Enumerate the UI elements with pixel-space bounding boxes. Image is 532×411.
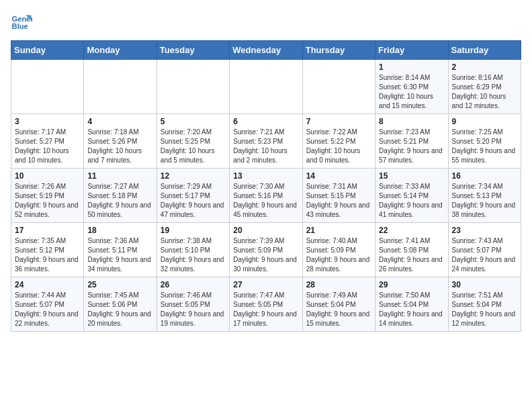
day-number: 11	[87, 171, 152, 181]
day-number: 2	[452, 62, 517, 72]
day-info: Sunrise: 7:36 AM Sunset: 5:11 PM Dayligh…	[87, 236, 152, 274]
calendar-cell: 19Sunrise: 7:38 AM Sunset: 5:10 PM Dayli…	[157, 223, 229, 277]
day-info: Sunrise: 7:39 AM Sunset: 5:09 PM Dayligh…	[233, 236, 298, 274]
day-info: Sunrise: 7:20 AM Sunset: 5:25 PM Dayligh…	[161, 128, 226, 165]
day-number: 30	[452, 280, 517, 289]
calendar-cell	[230, 60, 302, 114]
day-info: Sunrise: 7:17 AM Sunset: 5:27 PM Dayligh…	[15, 128, 80, 165]
day-number: 12	[161, 171, 226, 181]
calendar-cell: 3Sunrise: 7:17 AM Sunset: 5:27 PM Daylig…	[11, 114, 84, 169]
calendar-cell: 18Sunrise: 7:36 AM Sunset: 5:11 PM Dayli…	[84, 223, 157, 277]
calendar-cell: 14Sunrise: 7:31 AM Sunset: 5:15 PM Dayli…	[302, 169, 375, 223]
day-info: Sunrise: 7:44 AM Sunset: 5:07 PM Dayligh…	[15, 291, 80, 328]
day-info: Sunrise: 7:30 AM Sunset: 5:16 PM Dayligh…	[233, 182, 298, 220]
day-number: 29	[379, 280, 444, 289]
day-info: Sunrise: 7:40 AM Sunset: 5:09 PM Dayligh…	[306, 236, 371, 274]
day-number: 21	[306, 226, 371, 235]
calendar-cell: 27Sunrise: 7:47 AM Sunset: 5:05 PM Dayli…	[230, 277, 302, 332]
svg-text:Blue: Blue	[12, 22, 28, 30]
calendar-cell	[157, 60, 229, 114]
calendar-table: SundayMondayTuesdayWednesdayThursdayFrid…	[11, 40, 521, 332]
weekday-header-sunday: Sunday	[11, 41, 84, 60]
day-number: 8	[379, 117, 444, 126]
day-info: Sunrise: 7:46 AM Sunset: 5:05 PM Dayligh…	[161, 291, 226, 328]
day-number: 18	[87, 226, 152, 235]
day-info: Sunrise: 7:26 AM Sunset: 5:19 PM Dayligh…	[15, 182, 80, 220]
calendar-cell: 1Sunrise: 8:14 AM Sunset: 6:30 PM Daylig…	[375, 60, 448, 114]
day-number: 4	[87, 117, 152, 126]
calendar-cell: 16Sunrise: 7:34 AM Sunset: 5:13 PM Dayli…	[448, 169, 521, 223]
day-number: 3	[15, 117, 80, 126]
day-number: 14	[306, 171, 371, 181]
day-number: 24	[15, 280, 80, 289]
day-number: 19	[161, 226, 226, 235]
day-number: 17	[15, 226, 80, 235]
day-number: 6	[233, 117, 298, 126]
day-info: Sunrise: 7:18 AM Sunset: 5:26 PM Dayligh…	[87, 128, 152, 165]
top-bar: General Blue	[11, 11, 521, 35]
day-number: 20	[233, 226, 298, 235]
calendar-week-3: 10Sunrise: 7:26 AM Sunset: 5:19 PM Dayli…	[11, 169, 521, 223]
day-number: 1	[379, 62, 444, 72]
day-info: Sunrise: 7:34 AM Sunset: 5:13 PM Dayligh…	[452, 182, 517, 220]
day-number: 22	[379, 226, 444, 235]
day-number: 23	[452, 226, 517, 235]
day-info: Sunrise: 7:29 AM Sunset: 5:17 PM Dayligh…	[161, 182, 226, 220]
weekday-header-friday: Friday	[375, 41, 448, 60]
calendar-week-4: 17Sunrise: 7:35 AM Sunset: 5:12 PM Dayli…	[11, 223, 521, 277]
calendar-cell: 29Sunrise: 7:50 AM Sunset: 5:04 PM Dayli…	[375, 277, 448, 332]
calendar-week-1: 1Sunrise: 8:14 AM Sunset: 6:30 PM Daylig…	[11, 60, 521, 114]
calendar-cell: 9Sunrise: 7:25 AM Sunset: 5:20 PM Daylig…	[448, 114, 521, 169]
day-number: 27	[233, 280, 298, 289]
calendar-cell: 4Sunrise: 7:18 AM Sunset: 5:26 PM Daylig…	[84, 114, 157, 169]
day-info: Sunrise: 7:21 AM Sunset: 5:23 PM Dayligh…	[233, 128, 298, 165]
calendar-cell: 5Sunrise: 7:20 AM Sunset: 5:25 PM Daylig…	[157, 114, 229, 169]
day-number: 10	[15, 171, 80, 181]
calendar-week-2: 3Sunrise: 7:17 AM Sunset: 5:27 PM Daylig…	[11, 114, 521, 169]
calendar-cell: 12Sunrise: 7:29 AM Sunset: 5:17 PM Dayli…	[157, 169, 229, 223]
calendar-cell: 20Sunrise: 7:39 AM Sunset: 5:09 PM Dayli…	[230, 223, 302, 277]
day-number: 25	[87, 280, 152, 289]
day-info: Sunrise: 7:38 AM Sunset: 5:10 PM Dayligh…	[161, 236, 226, 274]
day-info: Sunrise: 7:31 AM Sunset: 5:15 PM Dayligh…	[306, 182, 371, 220]
day-info: Sunrise: 7:45 AM Sunset: 5:06 PM Dayligh…	[87, 291, 152, 328]
day-number: 15	[379, 171, 444, 181]
calendar-cell: 10Sunrise: 7:26 AM Sunset: 5:19 PM Dayli…	[11, 169, 84, 223]
day-number: 26	[161, 280, 226, 289]
day-info: Sunrise: 7:43 AM Sunset: 5:07 PM Dayligh…	[452, 236, 517, 274]
weekday-header-saturday: Saturday	[448, 41, 521, 60]
day-number: 13	[233, 171, 298, 181]
day-info: Sunrise: 7:51 AM Sunset: 5:04 PM Dayligh…	[452, 291, 517, 328]
day-info: Sunrise: 7:35 AM Sunset: 5:12 PM Dayligh…	[15, 236, 80, 274]
weekday-header-monday: Monday	[84, 41, 157, 60]
weekday-header-wednesday: Wednesday	[230, 41, 302, 60]
calendar-cell: 17Sunrise: 7:35 AM Sunset: 5:12 PM Dayli…	[11, 223, 84, 277]
calendar-cell: 26Sunrise: 7:46 AM Sunset: 5:05 PM Dayli…	[157, 277, 229, 332]
day-info: Sunrise: 7:49 AM Sunset: 5:04 PM Dayligh…	[306, 291, 371, 328]
logo-icon: General Blue	[11, 11, 32, 32]
day-info: Sunrise: 7:41 AM Sunset: 5:08 PM Dayligh…	[379, 236, 444, 274]
calendar-cell: 22Sunrise: 7:41 AM Sunset: 5:08 PM Dayli…	[375, 223, 448, 277]
day-info: Sunrise: 8:14 AM Sunset: 6:30 PM Dayligh…	[379, 73, 444, 111]
weekday-header-row: SundayMondayTuesdayWednesdayThursdayFrid…	[11, 41, 521, 60]
calendar-cell: 13Sunrise: 7:30 AM Sunset: 5:16 PM Dayli…	[230, 169, 302, 223]
day-info: Sunrise: 7:50 AM Sunset: 5:04 PM Dayligh…	[379, 291, 444, 328]
calendar-cell	[84, 60, 157, 114]
calendar-cell	[302, 60, 375, 114]
day-info: Sunrise: 7:22 AM Sunset: 5:22 PM Dayligh…	[306, 128, 371, 165]
day-info: Sunrise: 7:25 AM Sunset: 5:20 PM Dayligh…	[452, 128, 517, 165]
calendar-cell: 21Sunrise: 7:40 AM Sunset: 5:09 PM Dayli…	[302, 223, 375, 277]
weekday-header-tuesday: Tuesday	[157, 41, 229, 60]
day-number: 28	[306, 280, 371, 289]
day-number: 7	[306, 117, 371, 126]
calendar-cell: 11Sunrise: 7:27 AM Sunset: 5:18 PM Dayli…	[84, 169, 157, 223]
day-info: Sunrise: 8:16 AM Sunset: 6:29 PM Dayligh…	[452, 73, 517, 111]
day-number: 16	[452, 171, 517, 181]
calendar-cell: 8Sunrise: 7:23 AM Sunset: 5:21 PM Daylig…	[375, 114, 448, 169]
calendar-cell: 7Sunrise: 7:22 AM Sunset: 5:22 PM Daylig…	[302, 114, 375, 169]
calendar-cell: 6Sunrise: 7:21 AM Sunset: 5:23 PM Daylig…	[230, 114, 302, 169]
weekday-header-thursday: Thursday	[302, 41, 375, 60]
calendar-cell: 24Sunrise: 7:44 AM Sunset: 5:07 PM Dayli…	[11, 277, 84, 332]
day-info: Sunrise: 7:33 AM Sunset: 5:14 PM Dayligh…	[379, 182, 444, 220]
day-number: 5	[161, 117, 226, 126]
